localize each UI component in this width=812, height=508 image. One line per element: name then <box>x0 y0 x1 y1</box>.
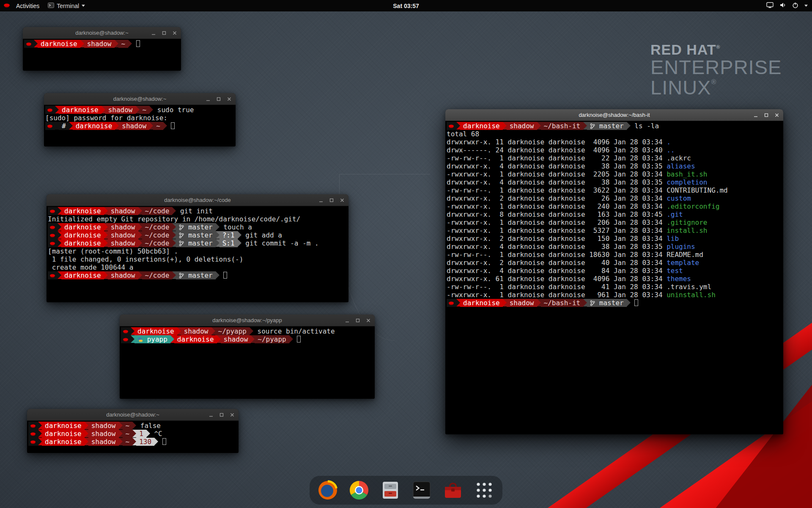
terminal-cursor <box>297 336 301 342</box>
close-button[interactable] <box>365 318 371 323</box>
close-button[interactable] <box>172 30 178 36</box>
brand-line1: RED HAT <box>650 41 716 58</box>
toolbox-icon[interactable] <box>442 480 464 501</box>
minimize-button[interactable] <box>208 412 214 418</box>
volume-icon <box>779 2 786 9</box>
terminal-content[interactable]: darknoiseshadow~ falsedarknoiseshadow~1 … <box>27 421 239 453</box>
window-title: darknoise@shadow:~ <box>106 411 159 418</box>
terminal-window[interactable]: darknoise@shadow:~/pyapp darknoiseshadow… <box>120 315 375 399</box>
activities-button[interactable]: Activities <box>13 3 43 9</box>
window-title: darknoise@shadow:~/bash-it <box>579 112 650 118</box>
display-icon <box>766 2 774 9</box>
clock[interactable]: Sat 03:57 <box>393 3 419 9</box>
window-titlebar[interactable]: darknoise@shadow:~ <box>27 409 239 421</box>
brand-line3: LINUX <box>650 76 711 99</box>
terminal-window[interactable]: darknoise@shadow:~ darknoiseshadow~ sudo… <box>44 93 236 146</box>
terminal-window-focused[interactable]: darknoise@shadow:~/bash-it darknoiseshad… <box>445 109 783 434</box>
maximize-button[interactable] <box>763 112 769 118</box>
maximize-button[interactable] <box>355 318 361 323</box>
rhel-brand-watermark: RED HAT® ENTERPRISE LINUX® <box>650 42 782 98</box>
terminal-content[interactable]: darknoiseshadow~ sudo true[sudo] passwor… <box>44 105 236 146</box>
system-status-area[interactable] <box>766 0 808 11</box>
window-titlebar[interactable]: darknoise@shadow:~/code <box>47 194 348 206</box>
registered-mark: ® <box>711 78 716 86</box>
terminal-content[interactable]: darknoiseshadow~ <box>23 39 181 71</box>
redhat-icon <box>3 3 10 8</box>
terminal-app-icon <box>48 3 54 9</box>
desktop: RED HAT® ENTERPRISE LINUX® Activities Te… <box>0 0 812 508</box>
minimize-button[interactable] <box>318 197 324 203</box>
app-menu-label: Terminal <box>57 3 79 9</box>
terminal-content[interactable]: darknoiseshadow~/bash-it master ls -lato… <box>445 121 783 434</box>
window-title: darknoise@shadow:~/pyapp <box>212 317 282 323</box>
terminal-cursor <box>136 40 140 47</box>
minimize-button[interactable] <box>753 112 759 118</box>
minimize-button[interactable] <box>205 96 211 102</box>
terminal-window[interactable]: darknoise@shadow:~/code darknoiseshadow~… <box>47 194 348 302</box>
chevron-down-icon <box>82 5 85 7</box>
maximize-button[interactable] <box>219 412 225 418</box>
app-menu-terminal[interactable]: Terminal <box>48 3 85 9</box>
maximize-button[interactable] <box>161 30 167 36</box>
close-button[interactable] <box>229 412 235 418</box>
window-titlebar[interactable]: darknoise@shadow:~ <box>23 27 181 39</box>
terminal-cursor <box>223 272 227 279</box>
minimize-button[interactable] <box>151 30 156 36</box>
chevron-down-icon <box>804 5 808 7</box>
maximize-button[interactable] <box>329 197 335 203</box>
brand-line2: ENTERPRISE <box>650 57 782 77</box>
terminal-icon[interactable] <box>411 480 432 501</box>
window-title: darknoise@shadow:~/code <box>164 197 230 203</box>
window-titlebar[interactable]: darknoise@shadow:~/pyapp <box>120 315 375 326</box>
close-button[interactable] <box>226 96 232 102</box>
registered-mark: ® <box>716 44 721 50</box>
dock <box>310 476 502 505</box>
close-button[interactable] <box>339 197 345 203</box>
terminal-cursor <box>634 299 638 306</box>
terminal-cursor <box>162 438 166 445</box>
window-titlebar[interactable]: darknoise@shadow:~ <box>44 93 236 105</box>
window-titlebar[interactable]: darknoise@shadow:~/bash-it <box>445 109 783 121</box>
gnome-top-bar: Activities Terminal Sat 03:57 <box>0 0 812 11</box>
close-button[interactable] <box>774 112 780 118</box>
files-icon[interactable] <box>380 480 401 501</box>
terminal-window[interactable]: darknoise@shadow:~ darknoiseshadow~ fals… <box>27 409 239 453</box>
chrome-icon[interactable] <box>348 480 370 501</box>
window-title: darknoise@shadow:~ <box>75 30 129 36</box>
terminal-content[interactable]: darknoiseshadow~/code git initInitialize… <box>47 206 348 302</box>
minimize-button[interactable] <box>344 318 350 323</box>
terminal-cursor <box>171 122 175 129</box>
terminal-content[interactable]: darknoiseshadow~/pyapp source bin/activa… <box>120 326 375 399</box>
window-title: darknoise@shadow:~ <box>113 96 167 102</box>
maximize-button[interactable] <box>216 96 222 102</box>
terminal-window[interactable]: darknoise@shadow:~ darknoiseshadow~ <box>23 27 181 71</box>
power-icon <box>792 2 798 10</box>
app-grid-icon[interactable] <box>474 480 495 501</box>
firefox-icon[interactable] <box>317 480 338 501</box>
